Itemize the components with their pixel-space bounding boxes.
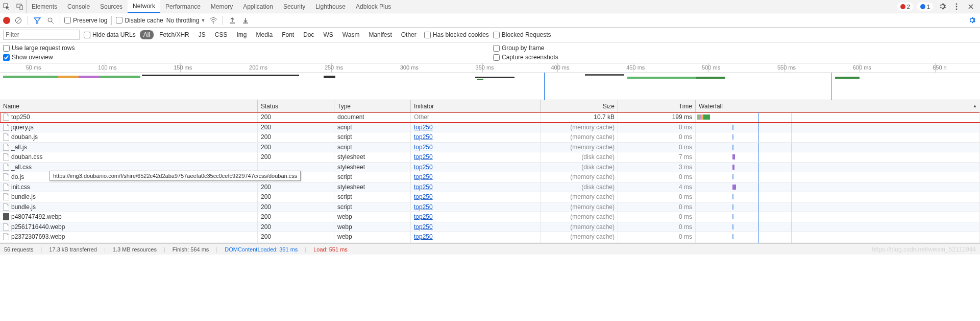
disable-cache-checkbox[interactable]: Disable cache	[116, 17, 163, 24]
tab-memory[interactable]: Memory	[206, 0, 238, 13]
filter-type-media[interactable]: Media	[252, 30, 276, 39]
settings-icon[interactable]	[937, 2, 947, 12]
clear-icon[interactable]	[13, 15, 23, 26]
options-row: Use large request rows Show overview Gro…	[0, 42, 980, 63]
throttling-select[interactable]: No throttling▼	[166, 17, 206, 24]
row-waterfall	[696, 143, 980, 152]
more-icon[interactable]	[951, 2, 962, 12]
row-status: 200	[258, 152, 334, 162]
row-name: _all.js	[11, 144, 27, 151]
close-icon[interactable]	[966, 2, 976, 12]
timeline-overview[interactable]: 50 ms100 ms150 ms200 ms250 ms300 ms350 m…	[0, 63, 980, 100]
table-row[interactable]: douban.js200scripttop250(memory cache)0 …	[0, 132, 980, 143]
row-type: script	[334, 132, 411, 142]
row-waterfall	[696, 192, 980, 202]
row-name: douban.js	[11, 133, 38, 141]
upload-icon[interactable]	[227, 15, 237, 26]
status-load: Load: 551 ms	[313, 246, 348, 253]
col-status[interactable]: Status	[258, 100, 334, 112]
row-waterfall	[696, 123, 980, 132]
svg-rect-2	[20, 6, 22, 10]
network-settings-icon[interactable]	[967, 15, 977, 26]
tab-adblock-plus[interactable]: Adblock Plus	[351, 0, 396, 13]
table-row[interactable]: _all.js200scripttop250(memory cache)0 ms	[0, 143, 980, 153]
table-row[interactable]: bundle.js200scripttop250(memory cache)0 …	[0, 202, 980, 213]
table-row[interactable]: p2561716440.webp200webptop250(memory cac…	[0, 222, 980, 233]
col-type[interactable]: Type	[334, 100, 411, 112]
wifi-icon[interactable]	[208, 15, 218, 26]
inspect-element-icon[interactable]	[0, 0, 13, 13]
row-name: p2372307693.webp	[11, 233, 65, 240]
row-time: 4 ms	[618, 182, 696, 192]
file-icon	[3, 184, 9, 191]
tab-lighthouse[interactable]: Lighthouse	[310, 0, 351, 13]
hide-data-urls-checkbox[interactable]: Hide data URLs	[84, 31, 136, 38]
file-icon	[3, 124, 9, 131]
row-size: 10.7 kB	[541, 112, 618, 122]
table-row[interactable]: jquery.js200scripttop250(memory cache)0 …	[0, 123, 980, 133]
file-icon	[3, 164, 9, 171]
tab-sources[interactable]: Sources	[95, 0, 128, 13]
search-icon[interactable]	[45, 15, 56, 26]
tab-performance[interactable]: Performance	[160, 0, 206, 13]
download-icon[interactable]	[240, 15, 251, 26]
has-blocked-cookies-checkbox[interactable]: Has blocked cookies	[424, 31, 489, 38]
svg-point-5	[956, 8, 958, 10]
use-large-rows-checkbox[interactable]: Use large request rows	[3, 44, 487, 52]
row-time: 0 ms	[618, 212, 696, 222]
col-initiator[interactable]: Initiator	[411, 100, 541, 112]
row-type: stylesheet	[334, 182, 411, 192]
filter-type-ws[interactable]: WS	[320, 30, 337, 39]
tab-network[interactable]: Network	[128, 0, 160, 13]
tab-security[interactable]: Security	[278, 0, 310, 13]
row-initiator: top250	[411, 143, 541, 152]
blocked-requests-checkbox[interactable]: Blocked Requests	[493, 31, 551, 38]
row-initiator: top250	[411, 232, 541, 242]
filter-type-img[interactable]: Img	[233, 30, 250, 39]
file-icon	[3, 223, 9, 231]
filter-type-doc[interactable]: Doc	[300, 30, 317, 39]
row-waterfall	[696, 212, 980, 222]
row-waterfall	[696, 222, 980, 232]
table-row[interactable]: p2372307693.webp200webptop250(memory cac…	[0, 232, 980, 242]
overview-graph	[0, 73, 980, 100]
filter-type-css[interactable]: CSS	[211, 30, 231, 39]
timeline-tick: 400 ms	[557, 63, 558, 73]
filter-input[interactable]	[3, 30, 80, 40]
filter-type-wasm[interactable]: Wasm	[339, 30, 363, 39]
row-waterfall	[696, 132, 980, 142]
filter-type-js[interactable]: JS	[195, 30, 209, 39]
filter-type-font[interactable]: Font	[278, 30, 298, 39]
table-row[interactable]: p480747492.webp200webptop250(memory cach…	[0, 212, 980, 222]
row-status: 200	[258, 182, 334, 192]
network-toolbar: Preserve log Disable cache No throttling…	[0, 13, 980, 28]
table-header: Name Status Type Initiator Size Time Wat…	[0, 100, 980, 112]
col-time[interactable]: Time	[618, 100, 696, 112]
info-badge[interactable]: 1	[917, 3, 933, 11]
col-waterfall[interactable]: Waterfall▲	[696, 100, 980, 112]
group-by-frame-checkbox[interactable]: Group by frame	[493, 44, 977, 52]
col-name[interactable]: Name	[0, 100, 258, 112]
row-size: (memory cache)	[541, 212, 618, 222]
show-overview-checkbox[interactable]: Show overview	[3, 54, 487, 61]
filter-type-manifest[interactable]: Manifest	[365, 30, 395, 39]
table-row[interactable]: bundle.js200scripttop250(memory cache)0 …	[0, 192, 980, 202]
row-initiator: top250	[411, 212, 541, 222]
tab-application[interactable]: Application	[238, 0, 278, 13]
filter-type-fetchxhr[interactable]: Fetch/XHR	[156, 30, 193, 39]
table-row[interactable]: douban.css200stylesheettop250(disk cache…	[0, 152, 980, 163]
device-toggle-icon[interactable]	[13, 0, 27, 13]
capture-screenshots-checkbox[interactable]: Capture screenshots	[493, 54, 977, 61]
filter-type-all[interactable]: All	[140, 30, 154, 39]
row-size: (memory cache)	[541, 132, 618, 142]
table-row[interactable]: top250200documentOther10.7 kB199 ms	[0, 112, 980, 123]
col-size[interactable]: Size	[541, 100, 618, 112]
error-badge[interactable]: 2	[897, 3, 913, 11]
table-row[interactable]: init.css200stylesheettop250(disk cache)4…	[0, 182, 980, 193]
preserve-log-checkbox[interactable]: Preserve log	[64, 17, 107, 24]
tab-console[interactable]: Console	[62, 0, 95, 13]
filter-type-other[interactable]: Other	[398, 30, 420, 39]
filter-icon[interactable]	[32, 15, 42, 26]
record-button[interactable]	[3, 17, 10, 24]
tab-elements[interactable]: Elements	[27, 0, 62, 13]
